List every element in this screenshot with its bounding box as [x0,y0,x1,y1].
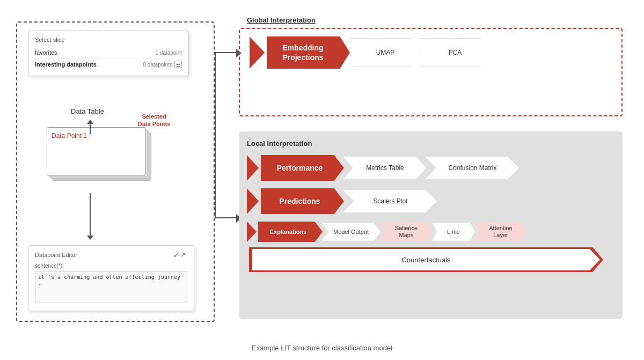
editor-title: Datapoint Editor [35,252,77,258]
confusion-matrix-label: Confusion Matrix [448,164,496,172]
metrics-table-chevron[interactable]: Metrics Table [343,157,426,179]
explanations-label: Explanations [270,229,306,235]
arrow-down [90,193,91,236]
select-slice-label: Select slice [35,36,182,43]
data-card-front: Data Point 1 [47,127,146,175]
connector-h-global [215,52,238,53]
counterfactuals-bar[interactable]: Counterfactuals [249,247,603,272]
editor-header: Datapoint Editor ↙↗ [35,251,187,259]
pca-chevron[interactable]: PCA [420,38,489,67]
slice-name-favorites: favorites [35,49,57,56]
slice-count-interesting: 8 datapoints [143,62,173,68]
main-container: Select slice favorites 1 datapoint inter… [0,0,644,360]
local-interpretation-box: Local Interpretation Performance Metrics… [239,131,623,319]
slice-row-favorites: favorites 1 datapoint [35,47,182,58]
scalers-plot-chevron[interactable]: Scalers Plot [343,190,437,212]
copy-icon[interactable]: ☷ [174,61,182,68]
model-output-chevron[interactable]: Model Output [321,223,380,241]
performance-label: Performance [277,164,323,172]
model-output-label: Model Output [333,229,369,235]
umap-chevron[interactable]: UMAP [350,38,420,67]
slice-count-favorites: 1 datapoint [156,50,182,56]
local-row3-arrow [247,222,257,242]
slice-name-interesting: interesting datapoints [35,61,97,68]
salience-maps-chevron[interactable]: Salience Maps [379,223,433,241]
confusion-matrix-chevron[interactable]: Confusion Matrix [425,157,519,179]
editor-box: Datapoint Editor ↙↗ sentence(*): it 's a… [28,245,194,311]
global-interpretation-label: Global Interpretation [247,16,316,24]
global-initial-arrow [250,36,265,69]
left-panel: Select slice favorites 1 datapoint inter… [16,21,215,322]
data-cards-container: Data Point 1 [47,127,149,192]
local-row-1: Performance Metrics Table Confusion Matr… [247,155,614,181]
editor-resize-icons[interactable]: ↙↗ [173,251,187,259]
local-row2-arrow [247,188,259,214]
right-panel: Global Interpretation Embedding Projecti… [236,16,628,327]
counterfactuals-inner: Counterfactuals [252,249,600,270]
select-slice-box: Select slice favorites 1 datapoint inter… [28,31,189,76]
slice-row-interesting: interesting datapoints 8 datapoints ☷ [35,58,182,70]
scalers-plot-label: Scalers Plot [373,197,407,205]
selected-data-points-label: Selected Data Points [130,113,178,128]
embedding-projections-chevron[interactable]: Embedding Projections [267,36,350,69]
metrics-table-label: Metrics Table [366,164,404,172]
connector-v-mid [215,52,216,218]
arrow-up [90,123,91,134]
pca-label: PCA [449,49,462,56]
salience-maps-label: Salience Maps [395,225,418,239]
embedding-projections-label: Embedding Projections [282,43,323,62]
lime-chevron[interactable]: Lime [432,223,475,241]
caption: Example LIT structure for classification… [0,344,644,352]
global-arrows-row: Embedding Projections UMAP PCA [250,36,488,69]
counterfactuals-label: Counterfactuals [401,256,450,264]
local-row-2: Predictions Scalers Plot [247,188,614,214]
predictions-label: Predictions [279,197,320,205]
editor-field-label: sentence(*): [35,263,187,269]
local-interpretation-label: Local Interpretation [247,139,614,148]
local-row-3: Explanations Model Output Salience Maps … [247,222,614,242]
umap-label: UMAP [376,49,395,56]
local-row1-arrow [247,155,259,181]
performance-chevron[interactable]: Performance [261,155,344,181]
explanations-chevron[interactable]: Explanations [258,222,323,242]
connector-h-local [215,217,238,218]
data-point-text: Data Point 1 [47,128,145,144]
attention-layer-chevron[interactable]: Attention Layer [474,223,528,241]
lime-label: Lime [447,229,460,235]
predictions-chevron[interactable]: Predictions [261,188,344,214]
editor-textarea[interactable]: it 's a charming and often affecting jou… [35,271,187,303]
data-table-label: Data Table [71,107,104,115]
attention-layer-label: Attention Layer [489,225,512,239]
